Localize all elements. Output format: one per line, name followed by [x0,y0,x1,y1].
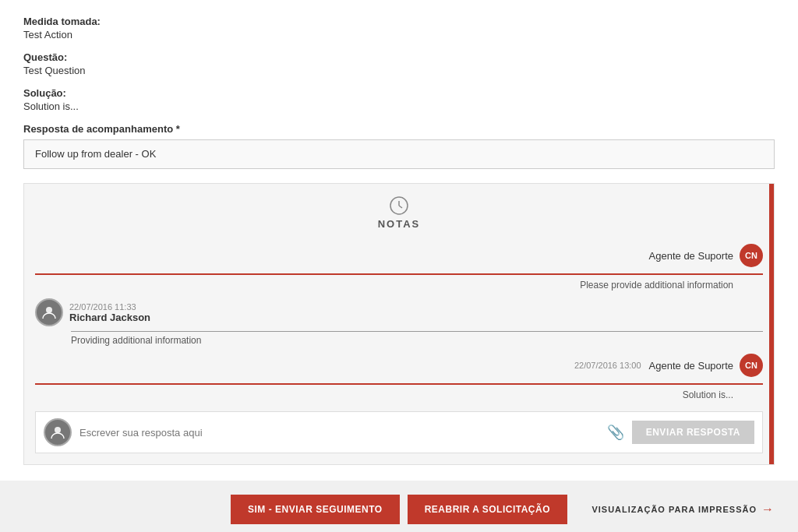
red-accent-bar [769,184,774,464]
message-text-1: Please provide additional information [580,280,733,291]
notas-icon [388,195,410,217]
resposta-label: Resposta de acompanhamento * [23,123,775,135]
reply-box: 📎 ENVIAR RESPOSTA [35,411,763,453]
medida-value: Test Action [23,29,775,41]
resposta-value: Follow up from dealer - OK [23,139,775,169]
medida-field: Medida tomada: Test Action [23,16,775,41]
sender-row-3: 22/07/2016 13:00 Agente de Suporte CN [574,354,763,377]
sender-row-2: 22/07/2016 11:33 Richard Jackson [35,298,150,326]
message-right-1: Agente de Suporte CN Please provide addi… [35,244,763,291]
attach-icon[interactable]: 📎 [607,424,624,441]
footer: SIM - ENVIAR SEGUIMENTO REABRIR A SOLICI… [0,481,798,532]
timestamp-3: 22/07/2016 13:00 [574,361,641,370]
questao-label: Questão: [23,51,775,63]
reabrir-button[interactable]: REABRIR A SOLICITAÇÃO [408,495,567,524]
messages-area: Agente de Suporte CN Please provide addi… [24,244,774,400]
timestamp-2: 22/07/2016 11:33 [69,302,150,312]
reply-input[interactable] [79,427,599,439]
red-divider-1 [35,273,763,275]
medida-label: Medida tomada: [23,16,775,27]
seguimento-button[interactable]: SIM - ENVIAR SEGUIMENTO [231,495,400,524]
solucao-value: Solution is... [23,100,775,112]
solucao-field: Solução: Solution is... [23,87,775,112]
svg-point-4 [55,427,61,433]
reply-avatar [44,418,72,446]
notas-title: NOTAS [378,218,421,230]
sender-name-2: Richard Jackson [69,312,150,323]
main-content: Medida tomada: Test Action Questão: Test… [0,0,798,481]
sender-name-1: Agente de Suporte [649,250,733,262]
notas-header: NOTAS [24,184,774,236]
print-label: VISUALIZAÇÃO PARA IMPRESSÃO [591,505,757,514]
message-text-2: Providing additional information [71,335,201,346]
left-divider-1 [71,331,763,332]
print-link[interactable]: VISUALIZAÇÃO PARA IMPRESSÃO → [591,502,775,516]
arrow-right-icon: → [761,502,775,516]
svg-line-2 [399,206,402,208]
svg-point-3 [46,307,52,313]
solucao-label: Solução: [23,87,775,99]
message-left-1: 22/07/2016 11:33 Richard Jackson Providi… [35,298,763,346]
questao-field: Questão: Test Question [23,51,775,76]
send-button[interactable]: ENVIAR RESPOSTA [632,421,754,444]
avatar-1: CN [740,244,763,267]
avatar-3: CN [740,354,763,377]
red-divider-2 [35,383,763,385]
sender-name-3: Agente de Suporte [649,360,733,372]
avatar-2 [35,298,63,326]
sender-row-1: Agente de Suporte CN [649,244,763,267]
resposta-field: Resposta de acompanhamento * Follow up f… [23,123,775,169]
message-right-2: 22/07/2016 13:00 Agente de Suporte CN So… [35,354,763,400]
questao-value: Test Question [23,65,775,76]
sender-meta-2: 22/07/2016 11:33 Richard Jackson [69,302,150,323]
notas-section: NOTAS Agente de Suporte CN Please provid… [23,183,775,465]
message-text-3: Solution is... [683,389,733,400]
page-wrapper: Medida tomada: Test Action Questão: Test… [0,0,798,532]
